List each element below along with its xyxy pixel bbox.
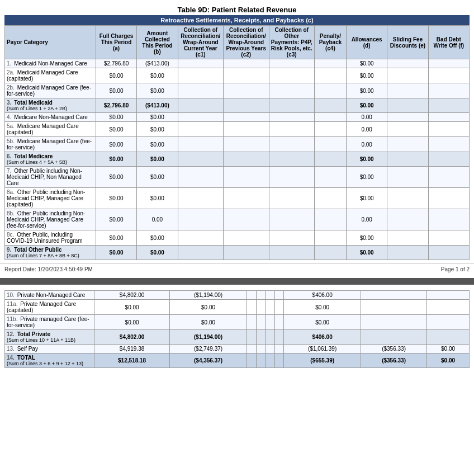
table-cell (314, 246, 346, 260)
table-cell: $0.00 (346, 152, 387, 167)
table-cell: $0.00 (137, 113, 178, 122)
table-cell: ($655.39) (284, 354, 361, 368)
table-cell (224, 246, 269, 260)
table-cell (224, 167, 269, 188)
table-cell: $0.00 (346, 167, 387, 188)
table-cell: $406.00 (284, 330, 361, 345)
table-cell (428, 152, 469, 167)
table-cell (314, 209, 346, 230)
table-cell (247, 315, 256, 330)
table-cell (427, 291, 470, 300)
col-full-charges: Full Charges This Period (a) (96, 26, 136, 59)
table-cell: $0.00 (346, 230, 387, 246)
table-cell: 0.00 (346, 122, 387, 137)
table-cell (178, 68, 223, 83)
table-cell: $0.00 (96, 246, 136, 260)
main-table-page2: 10. Private Non-Managed Care$4,802.00($1… (4, 290, 470, 368)
table-cell (269, 59, 314, 68)
table-cell (361, 330, 427, 345)
table-cell: ($356.33) (361, 354, 427, 368)
table-cell (178, 83, 223, 98)
table-cell (269, 167, 314, 188)
col-penalty: Penalty/ Payback (c4) (314, 26, 346, 59)
col-c2: Collection of Reconciliation/ Wrap-Aroun… (224, 26, 269, 59)
table-cell (314, 167, 346, 188)
page-container: Table 9D: Patient Related Revenue Retroa… (0, 0, 474, 370)
table-cell (247, 354, 256, 368)
table-cell (428, 137, 469, 152)
table-cell (224, 230, 269, 246)
table-cell (224, 113, 269, 122)
table-cell: $0.00 (427, 345, 470, 354)
table-cell: $0.00 (170, 315, 247, 330)
table-cell: $0.00 (137, 188, 178, 209)
table-cell (269, 188, 314, 209)
table-cell: $12,518.18 (94, 354, 170, 368)
table-cell (266, 330, 275, 345)
col-c1: Collection of Reconciliation/ Wrap-Aroun… (178, 26, 223, 59)
row-label: 9. Total Other Public(Sum of Lines 7 + 8… (5, 246, 96, 260)
row-label: 10. Private Non-Managed Care (5, 291, 94, 300)
row-label: 11b. Private managed Care (fee-for-servi… (5, 315, 94, 330)
table-cell (387, 122, 428, 137)
table-cell (387, 246, 428, 260)
table-cell: ($356.33) (361, 345, 427, 354)
table-cell (387, 113, 428, 122)
table-cell (178, 230, 223, 246)
table-cell (256, 354, 266, 368)
table-cell: $0.00 (346, 246, 387, 260)
table-cell: $0.00 (137, 137, 178, 152)
col-bad-debt: Bad Debt Write Off (f) (428, 26, 469, 59)
table-cell (428, 59, 469, 68)
table-cell (178, 209, 223, 230)
row-label: 11a. Private Managed Care (capitated) (5, 300, 94, 315)
table-cell: $0.00 (346, 83, 387, 98)
main-table-page1: Payor Category Full Charges This Period … (4, 25, 470, 260)
row-label: 14. TOTAL(Sum of Lines 3 + 6 + 9 + 12 + … (5, 354, 94, 368)
table-cell (387, 152, 428, 167)
table-cell: $0.00 (137, 167, 178, 188)
table-cell: $0.00 (96, 209, 136, 230)
table-cell (224, 188, 269, 209)
table-cell (428, 230, 469, 246)
table-cell: 0.00 (346, 113, 387, 122)
table-cell (269, 209, 314, 230)
table-cell (428, 167, 469, 188)
table-cell: $0.00 (170, 300, 247, 315)
table-cell (274, 330, 284, 345)
table-cell (269, 113, 314, 122)
page1-section: Table 9D: Patient Related Revenue Retroa… (0, 0, 474, 262)
table-cell (269, 122, 314, 137)
table-cell (256, 345, 266, 354)
table-cell (387, 188, 428, 209)
row-label: 5b. Medicare Managed Care (fee-for-servi… (5, 137, 96, 152)
table-cell (274, 300, 284, 315)
table-cell (314, 59, 346, 68)
table-cell (314, 113, 346, 122)
table-cell: ($413.00) (137, 98, 178, 113)
page2-section: 10. Private Non-Managed Care$4,802.00($1… (0, 288, 474, 370)
table-cell (247, 330, 256, 345)
table-cell (224, 152, 269, 167)
table-title: Table 9D: Patient Related Revenue (4, 2, 470, 15)
row-label: 12. Total Private(Sum of Lines 10 + 11A … (5, 330, 94, 345)
table-cell: $4,802.00 (94, 330, 170, 345)
page-number-page1: Page 1 of 2 (441, 266, 470, 272)
table-cell: $4,919.38 (94, 345, 170, 354)
table-cell: $2,796.80 (96, 98, 136, 113)
table-cell (314, 137, 346, 152)
table-cell: $0.00 (137, 246, 178, 260)
row-label: 8b. Other Public including Non-Medicaid … (5, 209, 96, 230)
report-footer-page1: Report Date: 1/20/2023 4:50:49 PM Page 1… (0, 263, 474, 275)
table-cell: 0.00 (346, 209, 387, 230)
table-cell (387, 137, 428, 152)
row-label: 2b. Medicaid Managed Care (fee-for-servi… (5, 83, 96, 98)
table-cell (387, 167, 428, 188)
table-cell (269, 230, 314, 246)
table-cell: ($4,356.37) (170, 354, 247, 368)
row-label: 8a. Other Public including Non-Medicaid … (5, 188, 96, 209)
table-cell: $4,802.00 (94, 291, 170, 300)
table-cell: $0.00 (427, 354, 470, 368)
table-cell (269, 152, 314, 167)
table-cell (314, 152, 346, 167)
